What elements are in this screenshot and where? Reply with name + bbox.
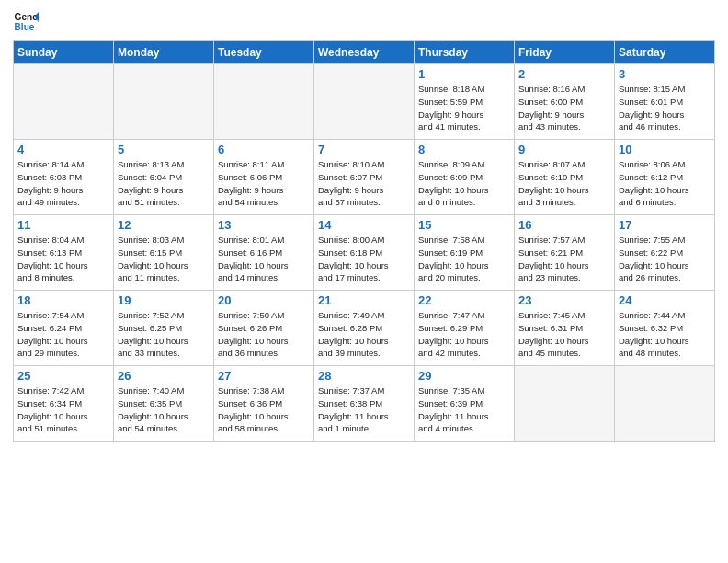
day-info: Sunrise: 8:07 AM Sunset: 6:10 PM Dayligh…: [518, 158, 610, 209]
day-cell: 7Sunrise: 8:10 AM Sunset: 6:07 PM Daylig…: [314, 140, 415, 215]
day-cell: 29Sunrise: 7:35 AM Sunset: 6:39 PM Dayli…: [415, 366, 515, 442]
day-number: 22: [418, 293, 510, 307]
col-header-monday: Monday: [114, 41, 214, 64]
day-info: Sunrise: 7:50 AM Sunset: 6:26 PM Dayligh…: [218, 309, 310, 360]
day-number: 17: [619, 218, 711, 232]
day-cell: 6Sunrise: 8:11 AM Sunset: 6:06 PM Daylig…: [214, 140, 314, 215]
day-info: Sunrise: 7:47 AM Sunset: 6:29 PM Dayligh…: [418, 309, 510, 360]
day-cell: 5Sunrise: 8:13 AM Sunset: 6:04 PM Daylig…: [114, 140, 214, 215]
day-number: 3: [619, 67, 711, 81]
day-number: 16: [518, 218, 610, 232]
day-cell: 20Sunrise: 7:50 AM Sunset: 6:26 PM Dayli…: [214, 291, 314, 366]
svg-text:Blue: Blue: [15, 22, 35, 32]
day-cell: 2Sunrise: 8:16 AM Sunset: 6:00 PM Daylig…: [515, 64, 615, 140]
day-info: Sunrise: 8:10 AM Sunset: 6:07 PM Dayligh…: [318, 158, 410, 209]
day-number: 9: [518, 143, 610, 156]
day-cell: 14Sunrise: 8:00 AM Sunset: 6:18 PM Dayli…: [314, 215, 415, 291]
day-number: 25: [17, 369, 109, 383]
day-cell: [314, 64, 415, 140]
day-cell: 16Sunrise: 7:57 AM Sunset: 6:21 PM Dayli…: [515, 215, 615, 291]
day-number: 7: [318, 143, 410, 156]
day-number: 2: [518, 67, 610, 81]
day-cell: 18Sunrise: 7:54 AM Sunset: 6:24 PM Dayli…: [14, 291, 114, 366]
week-row-1: 1Sunrise: 8:18 AM Sunset: 5:59 PM Daylig…: [14, 64, 715, 140]
col-header-saturday: Saturday: [615, 41, 715, 64]
day-info: Sunrise: 8:00 AM Sunset: 6:18 PM Dayligh…: [318, 234, 410, 284]
col-header-wednesday: Wednesday: [314, 41, 415, 64]
day-number: 13: [218, 218, 310, 232]
page-container: General Blue SundayMondayTuesdayWednesda…: [0, 0, 728, 451]
day-number: 6: [218, 143, 310, 156]
day-cell: 27Sunrise: 7:38 AM Sunset: 6:36 PM Dayli…: [214, 366, 314, 442]
day-cell: 11Sunrise: 8:04 AM Sunset: 6:13 PM Dayli…: [14, 215, 114, 291]
day-number: 15: [418, 218, 510, 232]
day-info: Sunrise: 8:15 AM Sunset: 6:01 PM Dayligh…: [619, 83, 711, 133]
day-info: Sunrise: 8:11 AM Sunset: 6:06 PM Dayligh…: [218, 158, 310, 209]
day-cell: 10Sunrise: 8:06 AM Sunset: 6:12 PM Dayli…: [615, 140, 715, 215]
day-info: Sunrise: 7:44 AM Sunset: 6:32 PM Dayligh…: [619, 309, 711, 360]
day-cell: 25Sunrise: 7:42 AM Sunset: 6:34 PM Dayli…: [14, 366, 114, 442]
day-cell: 23Sunrise: 7:45 AM Sunset: 6:31 PM Dayli…: [515, 291, 615, 366]
day-number: 4: [17, 143, 109, 156]
day-number: 29: [418, 369, 510, 383]
day-cell: [615, 366, 715, 442]
day-cell: [214, 64, 314, 140]
col-header-tuesday: Tuesday: [214, 41, 314, 64]
day-cell: 22Sunrise: 7:47 AM Sunset: 6:29 PM Dayli…: [415, 291, 515, 366]
day-number: 28: [318, 369, 410, 383]
day-info: Sunrise: 7:35 AM Sunset: 6:39 PM Dayligh…: [418, 385, 510, 435]
day-number: 21: [318, 293, 410, 307]
day-number: 23: [518, 293, 610, 307]
day-number: 18: [17, 293, 109, 307]
col-header-friday: Friday: [515, 41, 615, 64]
week-row-2: 4Sunrise: 8:14 AM Sunset: 6:03 PM Daylig…: [14, 140, 715, 215]
calendar-table: SundayMondayTuesdayWednesdayThursdayFrid…: [13, 40, 715, 442]
day-info: Sunrise: 7:37 AM Sunset: 6:38 PM Dayligh…: [318, 385, 410, 435]
day-number: 8: [418, 143, 510, 156]
day-number: 12: [118, 218, 210, 232]
day-info: Sunrise: 7:52 AM Sunset: 6:25 PM Dayligh…: [118, 309, 210, 360]
day-cell: 8Sunrise: 8:09 AM Sunset: 6:09 PM Daylig…: [415, 140, 515, 215]
day-number: 19: [118, 293, 210, 307]
day-cell: [114, 64, 214, 140]
day-cell: 4Sunrise: 8:14 AM Sunset: 6:03 PM Daylig…: [14, 140, 114, 215]
day-info: Sunrise: 8:01 AM Sunset: 6:16 PM Dayligh…: [218, 234, 310, 284]
day-info: Sunrise: 7:40 AM Sunset: 6:35 PM Dayligh…: [118, 385, 210, 435]
day-cell: 9Sunrise: 8:07 AM Sunset: 6:10 PM Daylig…: [515, 140, 615, 215]
week-row-3: 11Sunrise: 8:04 AM Sunset: 6:13 PM Dayli…: [14, 215, 715, 291]
day-cell: [14, 64, 114, 140]
day-info: Sunrise: 7:54 AM Sunset: 6:24 PM Dayligh…: [17, 309, 109, 360]
day-cell: 12Sunrise: 8:03 AM Sunset: 6:15 PM Dayli…: [114, 215, 214, 291]
day-info: Sunrise: 8:03 AM Sunset: 6:15 PM Dayligh…: [118, 234, 210, 284]
day-number: 11: [17, 218, 109, 232]
day-cell: 3Sunrise: 8:15 AM Sunset: 6:01 PM Daylig…: [615, 64, 715, 140]
day-cell: 19Sunrise: 7:52 AM Sunset: 6:25 PM Dayli…: [114, 291, 214, 366]
day-cell: 28Sunrise: 7:37 AM Sunset: 6:38 PM Dayli…: [314, 366, 415, 442]
header: General Blue: [13, 9, 715, 35]
day-cell: [515, 366, 615, 442]
day-info: Sunrise: 8:16 AM Sunset: 6:00 PM Dayligh…: [518, 83, 610, 133]
day-number: 26: [118, 369, 210, 383]
day-info: Sunrise: 7:58 AM Sunset: 6:19 PM Dayligh…: [418, 234, 510, 284]
day-number: 27: [218, 369, 310, 383]
day-number: 5: [118, 143, 210, 156]
day-cell: 24Sunrise: 7:44 AM Sunset: 6:32 PM Dayli…: [615, 291, 715, 366]
day-number: 1: [418, 67, 510, 81]
logo: General Blue: [13, 9, 42, 35]
logo-icon: General Blue: [13, 9, 39, 35]
day-cell: 21Sunrise: 7:49 AM Sunset: 6:28 PM Dayli…: [314, 291, 415, 366]
day-info: Sunrise: 8:13 AM Sunset: 6:04 PM Dayligh…: [118, 158, 210, 209]
day-number: 10: [619, 143, 711, 156]
day-cell: 15Sunrise: 7:58 AM Sunset: 6:19 PM Dayli…: [415, 215, 515, 291]
day-info: Sunrise: 7:42 AM Sunset: 6:34 PM Dayligh…: [17, 385, 109, 435]
day-cell: 17Sunrise: 7:55 AM Sunset: 6:22 PM Dayli…: [615, 215, 715, 291]
col-header-sunday: Sunday: [14, 41, 114, 64]
day-info: Sunrise: 8:06 AM Sunset: 6:12 PM Dayligh…: [619, 158, 711, 209]
week-row-4: 18Sunrise: 7:54 AM Sunset: 6:24 PM Dayli…: [14, 291, 715, 366]
day-cell: 1Sunrise: 8:18 AM Sunset: 5:59 PM Daylig…: [415, 64, 515, 140]
day-info: Sunrise: 7:57 AM Sunset: 6:21 PM Dayligh…: [518, 234, 610, 284]
day-number: 24: [619, 293, 711, 307]
day-cell: 26Sunrise: 7:40 AM Sunset: 6:35 PM Dayli…: [114, 366, 214, 442]
day-info: Sunrise: 8:14 AM Sunset: 6:03 PM Dayligh…: [17, 158, 109, 209]
day-info: Sunrise: 8:18 AM Sunset: 5:59 PM Dayligh…: [418, 83, 510, 133]
